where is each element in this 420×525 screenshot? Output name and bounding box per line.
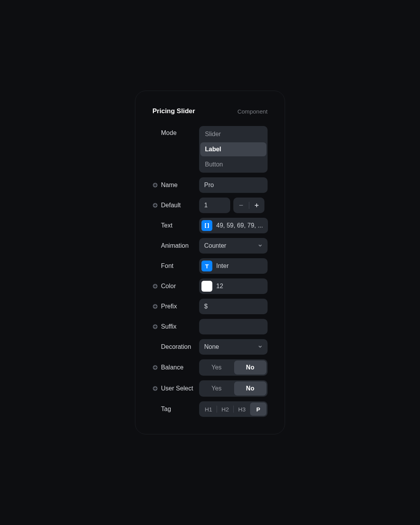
label-user-select: User Select bbox=[152, 385, 195, 392]
label-animation: Animation bbox=[152, 242, 195, 249]
chevron-down-icon bbox=[258, 343, 262, 350]
type-icon: T bbox=[201, 261, 212, 271]
row-prefix: Prefix $ bbox=[152, 299, 268, 314]
label-font: Font bbox=[152, 262, 195, 270]
add-icon[interactable] bbox=[152, 365, 158, 370]
prefix-input[interactable]: $ bbox=[199, 299, 268, 314]
label-default: Default bbox=[152, 202, 195, 209]
user-select-segmented: Yes No bbox=[199, 380, 268, 397]
panel-type: Component bbox=[237, 108, 268, 115]
row-tag: Tag H1 H2 H3 P bbox=[152, 401, 268, 417]
font-input[interactable]: T Inter bbox=[199, 258, 268, 274]
user-select-no[interactable]: No bbox=[234, 382, 267, 396]
row-mode: Mode Slider Label Button bbox=[152, 126, 268, 173]
label-tag: Tag bbox=[152, 406, 195, 413]
label-text: Text bbox=[152, 222, 195, 229]
tag-h2[interactable]: H2 bbox=[217, 402, 233, 416]
row-font: Font T Inter bbox=[152, 258, 268, 274]
tag-segmented: H1 H2 H3 P bbox=[199, 401, 268, 417]
user-select-yes[interactable]: Yes bbox=[200, 382, 233, 396]
chevron-down-icon bbox=[258, 242, 262, 249]
row-decoration: Decoration None bbox=[152, 339, 268, 355]
row-color: Color 12 bbox=[152, 278, 268, 294]
default-input[interactable]: 1 bbox=[199, 198, 230, 213]
row-default: Default 1 bbox=[152, 198, 268, 213]
name-input[interactable]: Pro bbox=[199, 177, 268, 193]
decoration-select[interactable]: None bbox=[199, 339, 268, 355]
tag-h1[interactable]: H1 bbox=[200, 402, 217, 416]
add-icon[interactable] bbox=[152, 324, 158, 329]
tag-h3[interactable]: H3 bbox=[234, 402, 250, 416]
add-icon[interactable] bbox=[152, 386, 158, 391]
label-suffix: Suffix bbox=[152, 323, 195, 330]
bracket-icon bbox=[201, 220, 212, 231]
add-icon[interactable] bbox=[152, 203, 158, 208]
mode-option-slider[interactable]: Slider bbox=[200, 127, 266, 141]
row-animation: Animation Counter bbox=[152, 238, 268, 254]
balance-no[interactable]: No bbox=[234, 360, 267, 374]
text-input[interactable]: 49, 59, 69, 79, ... bbox=[199, 218, 268, 233]
label-decoration: Decoration bbox=[152, 343, 195, 350]
suffix-input[interactable] bbox=[199, 319, 268, 334]
row-user-select: User Select Yes No bbox=[152, 380, 268, 397]
row-balance: Balance Yes No bbox=[152, 359, 268, 376]
balance-segmented: Yes No bbox=[199, 359, 268, 376]
properties-panel: Pricing Slider Component Mode Slider Lab… bbox=[135, 91, 285, 434]
color-input[interactable]: 12 bbox=[199, 278, 268, 294]
tag-p[interactable]: P bbox=[250, 402, 266, 416]
stepper-plus[interactable] bbox=[249, 203, 265, 208]
balance-yes[interactable]: Yes bbox=[200, 360, 233, 374]
color-swatch bbox=[201, 281, 212, 292]
label-name: Name bbox=[152, 182, 195, 189]
label-prefix: Prefix bbox=[152, 303, 195, 310]
row-suffix: Suffix bbox=[152, 319, 268, 334]
animation-select[interactable]: Counter bbox=[199, 238, 268, 254]
panel-title: Pricing Slider bbox=[152, 107, 195, 115]
stepper-minus[interactable] bbox=[233, 203, 249, 208]
add-icon[interactable] bbox=[152, 304, 158, 309]
row-text: Text 49, 59, 69, 79, ... bbox=[152, 218, 268, 233]
mode-option-button[interactable]: Button bbox=[200, 158, 266, 172]
default-stepper bbox=[233, 198, 264, 213]
label-color: Color bbox=[152, 283, 195, 290]
add-icon[interactable] bbox=[152, 182, 158, 188]
label-mode: Mode bbox=[152, 126, 195, 136]
row-name: Name Pro bbox=[152, 177, 268, 193]
panel-header: Pricing Slider Component bbox=[152, 107, 268, 115]
add-icon[interactable] bbox=[152, 284, 158, 289]
mode-segmented: Slider Label Button bbox=[199, 126, 268, 173]
label-balance: Balance bbox=[152, 364, 195, 371]
mode-option-label[interactable]: Label bbox=[200, 142, 266, 156]
